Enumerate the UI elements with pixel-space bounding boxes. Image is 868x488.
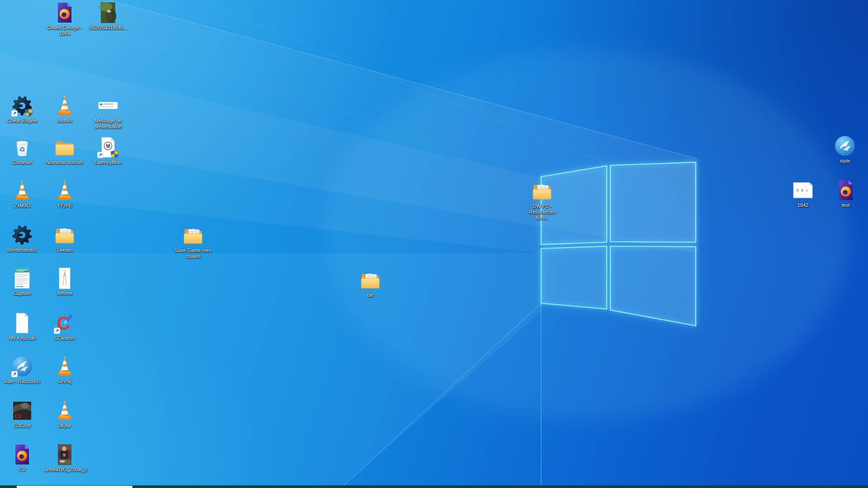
folder-empty-icon — [54, 136, 75, 158]
svg-text:A b c: A b c — [796, 188, 809, 192]
desktop-icon-grid: Orwell George - 1984 502f25a31b5f8... Ch… — [0, 0, 868, 488]
desktop-icon-label: ZxM9O — [14, 203, 30, 209]
desktop-icon-zxm9o[interactable]: ZxM9O — [2, 180, 42, 223]
desktop-icon-c3conf[interactable]: C3C3Conf — [2, 400, 42, 443]
desktop-icon-label: 1942 — [797, 202, 808, 208]
cheat-engine-gear-icon — [11, 95, 33, 117]
desktop-icon-label: bin — [367, 292, 374, 298]
desktop-icon-femme[interactable]: femme — [44, 267, 85, 311]
note-card-icon — [97, 95, 119, 117]
uac-shield-icon — [111, 150, 118, 158]
svg-text:C3: C3 — [14, 413, 22, 419]
folder-full-icon — [54, 224, 75, 246]
desktop-icon-borderlands2[interactable]: Borderlands2 — [2, 224, 42, 267]
desktop-icon-label: Tweaks — [56, 247, 73, 253]
desktop-icon-style[interactable]: style — [825, 135, 865, 178]
folder-full-icon — [359, 269, 381, 291]
desktop-icon-label: 3KjNr — [58, 423, 71, 429]
desktop-icon-test[interactable]: test — [826, 179, 866, 223]
desktop-icon-label: Capture — [13, 291, 31, 296]
vlc-cone-icon — [54, 180, 75, 202]
vlc-cone-icon — [54, 400, 75, 422]
desktop-icon-cv[interactable]: CV — [2, 444, 42, 487]
shortcut-arrow-icon — [97, 152, 104, 158]
desktop-icon-label: 502f25a31b5f8... — [90, 25, 127, 31]
desktop-icon-6evnj[interactable]: 6eVNj — [44, 356, 85, 399]
folder-full-icon — [182, 225, 204, 246]
desktop-icon-label: Save Game mes couiles — [173, 248, 213, 259]
desktop-icon-label: annelRzG_700w_0 — [45, 467, 85, 473]
blank-document-icon — [11, 312, 33, 334]
taskbar-sliver-highlight — [17, 486, 132, 488]
desktop-icon-502f25a31b5f8[interactable]: 502f25a31b5f8... — [88, 2, 128, 45]
taskbar-sliver[interactable] — [0, 485, 868, 488]
desktop-icon-label: CCleaner — [54, 335, 75, 341]
desktop-icon-tweaks[interactable]: Tweaks — [44, 224, 85, 267]
desktop-icon-label: style — [840, 158, 850, 164]
desktop-icon-annelrzg-700w-0[interactable]: annelRzG_700w_0 — [44, 444, 85, 487]
photo-person-icon — [54, 444, 75, 465]
desktop-icon-label: JxdNm — [57, 118, 72, 124]
svg-text:M: M — [106, 143, 110, 149]
desktop-icon-ccleaner[interactable]: C CCleaner — [44, 312, 85, 356]
firefox-document-icon — [835, 179, 857, 201]
vlc-cone-icon — [11, 180, 33, 202]
desktop-icon-label: DW P2 - Ressources Boo... — [522, 203, 562, 221]
firefox-document-icon — [11, 444, 33, 465]
desktop-icon-3kjnr[interactable]: 3KjNr — [44, 400, 85, 443]
desktop-icon-message-de-presentation[interactable]: Message de présentation — [88, 95, 128, 138]
desktop-icon-corbeille[interactable]: ♻Corbeille — [2, 136, 42, 180]
latencymon-page-icon: M — [97, 136, 119, 158]
shortcut-arrow-icon — [54, 328, 60, 334]
desktop-icon-label: Nouveau dossier — [46, 160, 84, 165]
desktop-icon-y7zpe[interactable]: Y7zPE — [44, 180, 85, 223]
desktop-icon-my-keys-skl[interactable]: My Keys.skl — [2, 312, 42, 356]
shortcut-arrow-icon — [11, 110, 18, 117]
cheat-engine-gear-icon — [11, 224, 33, 246]
desktop-icon-capture[interactable]: Capture — [2, 267, 42, 311]
ccleaner-icon: C — [54, 312, 75, 334]
uac-shield-icon — [25, 109, 33, 117]
desktop-icon-label: kate - Raccourci — [4, 379, 40, 385]
kate-bird-icon — [834, 135, 856, 157]
desktop-icon-latencymon[interactable]: M LatencyMon — [88, 136, 128, 180]
desktop-icon-orwell-george-1984[interactable]: Orwell George - 1984 — [44, 2, 85, 45]
doc-screenshot-icon — [11, 267, 33, 289]
desktop-icon-label: femme — [57, 291, 72, 296]
recycle-bin-icon: ♻ — [11, 136, 33, 158]
desktop-icon-cheat-engine[interactable]: Cheat Engine — [2, 95, 42, 138]
vlc-cone-icon — [54, 95, 75, 117]
desktop-background[interactable]: Orwell George - 1984 502f25a31b5f8... Ch… — [0, 0, 868, 488]
desktop-icon-dw-p2-ressources[interactable]: DW P2 - Ressources Boo... — [522, 180, 562, 224]
desktop-icon-label: LatencyMon — [94, 160, 122, 165]
photo-green-icon — [97, 2, 119, 23]
desktop-icon-label: C3Conf — [14, 423, 30, 429]
svg-text:♻: ♻ — [19, 145, 25, 154]
desktop-icon-kate-raccourci[interactable]: kate - Raccourci — [2, 356, 42, 399]
desktop-icon-label: Message de présentation — [88, 118, 128, 130]
folder-full-icon — [531, 180, 553, 202]
desktop-icon-bin[interactable]: bin — [350, 269, 391, 313]
firefox-document-icon — [54, 2, 75, 23]
kate-bird-icon — [11, 356, 33, 377]
abc-document-icon: A b c — [792, 179, 814, 201]
desktop-icon-label: Corbeille — [12, 160, 32, 165]
desktop-icon-label: My Keys.skl — [9, 335, 36, 341]
sketch-image-icon — [54, 267, 75, 289]
desktop-icon-jxdnm[interactable]: JxdNm — [44, 95, 85, 138]
dark-photo-c3-icon: C3 — [11, 400, 33, 422]
desktop-icon-label: 6eVNj — [58, 379, 71, 385]
desktop-icon-save-game-mes-couiles[interactable]: Save Game mes couiles — [173, 225, 213, 268]
desktop-icon-label: Borderlands2 — [7, 247, 37, 253]
desktop-icon-label: Y7zPE — [57, 203, 72, 209]
shortcut-arrow-icon — [11, 371, 18, 377]
desktop-icon-nouveau-dossier[interactable]: Nouveau dossier — [44, 136, 85, 180]
desktop-icon-label: CV — [19, 467, 25, 473]
desktop-icon-label: test — [842, 202, 850, 208]
vlc-cone-icon — [54, 356, 75, 377]
desktop-icon-label: Orwell George - 1984 — [45, 25, 85, 37]
desktop-icon-1942[interactable]: A b c1942 — [783, 179, 823, 223]
desktop-icon-label: Cheat Engine — [7, 118, 38, 124]
